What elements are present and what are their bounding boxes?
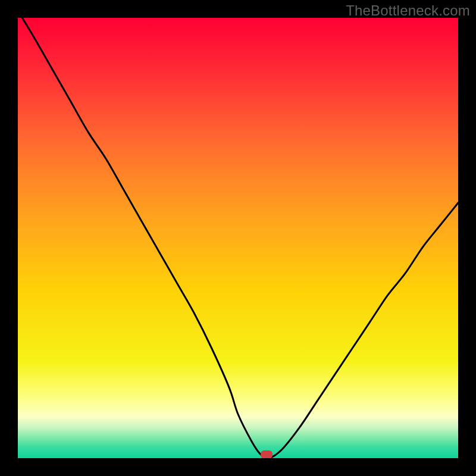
optimum-marker <box>261 450 273 458</box>
gradient-background <box>18 18 458 458</box>
watermark-text: TheBottleneck.com <box>346 2 470 19</box>
bottleneck-chart <box>18 18 458 458</box>
chart-frame: TheBottleneck.com <box>0 0 476 476</box>
plot-area <box>18 18 458 458</box>
